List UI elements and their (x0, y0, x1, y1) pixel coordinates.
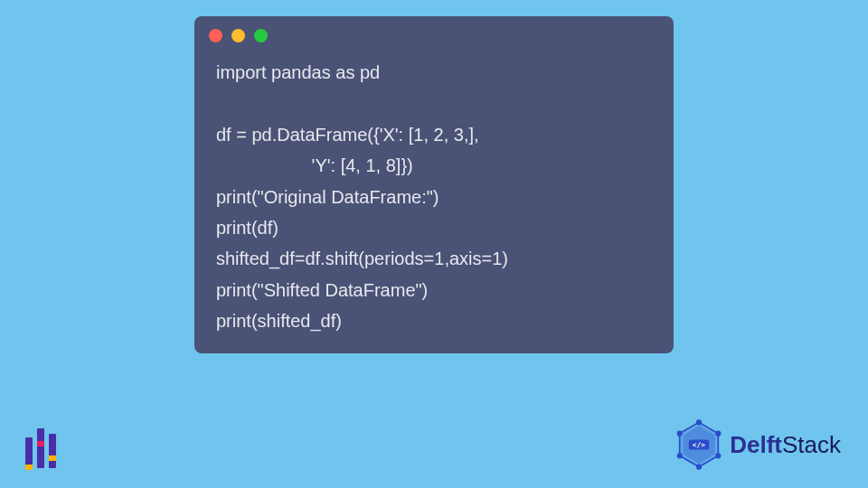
code-window: import pandas as pd df = pd.DataFrame({'… (194, 16, 674, 353)
code-line: print(shifted_df) (216, 311, 342, 331)
close-icon (209, 29, 222, 42)
window-controls (194, 16, 674, 52)
svg-point-6 (697, 465, 701, 468)
brand-right: </> DelftStack (674, 419, 841, 470)
svg-point-7 (678, 454, 682, 457)
svg-point-8 (678, 431, 682, 435)
brand-name: DelftStack (730, 431, 841, 459)
brand-prefix: Delft (730, 431, 782, 459)
svg-point-3 (697, 420, 701, 424)
svg-point-5 (716, 454, 720, 457)
maximize-icon (254, 29, 268, 42)
code-line: print("Shifted DataFrame") (216, 280, 428, 300)
code-line: print(df) (216, 218, 278, 238)
svg-text:</>: </> (693, 441, 705, 449)
logo-bar (49, 434, 56, 468)
minimize-icon (231, 29, 245, 42)
code-content: import pandas as pd df = pd.DataFrame({'… (194, 52, 674, 337)
code-line: df = pd.DataFrame({'X': [1, 2, 3,], (216, 125, 479, 145)
brand-left-logo (25, 428, 56, 468)
logo-bar (25, 437, 33, 468)
brand-suffix: Stack (782, 431, 841, 459)
code-line: import pandas as pd (216, 62, 380, 82)
code-line: shifted_df=df.shift(periods=1,axis=1) (216, 249, 508, 268)
svg-point-4 (716, 431, 720, 435)
delftstack-logo-icon: </> (674, 419, 724, 470)
code-line: 'Y': [4, 1, 8]}) (216, 155, 413, 175)
logo-bar (37, 428, 44, 468)
code-line: print("Original DataFrame:") (216, 187, 439, 207)
